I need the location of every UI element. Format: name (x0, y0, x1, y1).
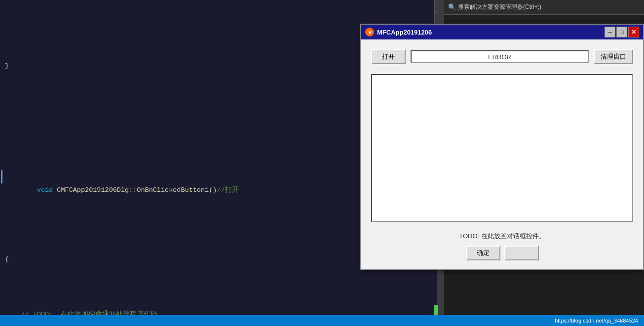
green-cursor-indicator (434, 305, 438, 315)
code-keyword-void: void (37, 183, 57, 197)
mfc-bottom-section: TODO: 在此放置对话框控件。 确定 (371, 232, 633, 260)
toolbar-search-area: 🔍 搜索解决方案资源管理器(Ctrl+;) (448, 3, 541, 11)
mfc-title-icon: ★ (365, 28, 374, 36)
error-input-field[interactable] (411, 50, 589, 63)
code-text: } (5, 59, 9, 73)
close-icon: ✕ (631, 29, 636, 36)
minimize-button[interactable]: ─ (605, 27, 615, 37)
mfc-body: 打开 清理窗口 TODO: 在此放置对话框控件。 确定 (361, 39, 643, 269)
status-bar: https://blog.csdn.net/qq_34684524 (0, 315, 644, 326)
close-button[interactable]: ✕ (628, 27, 639, 37)
code-comment: //打开 (217, 183, 238, 197)
mfc-window-controls: ─ □ ✕ (605, 27, 639, 37)
search-icon: 🔍 (448, 3, 456, 11)
toolbar-search-label: 搜索解决方案资源管理器(Ctrl+;) (458, 3, 541, 11)
minimize-icon: ─ (608, 29, 612, 36)
open-button[interactable]: 打开 (371, 49, 406, 64)
clear-window-button[interactable]: 清理窗口 (594, 49, 633, 64)
mfc-titlebar: ★ MFCApp20191206 ─ □ ✕ (361, 25, 643, 39)
status-url: https://blog.csdn.net/qq_34684524 (555, 318, 638, 324)
mfc-confirm-row: 确定 (466, 246, 539, 260)
mfc-dialog-window: ★ MFCApp20191206 ─ □ ✕ 打开 清理窗口 TODO: 在此放… (360, 24, 644, 270)
top-toolbar: 🔍 搜索解决方案资源管理器(Ctrl+;) (444, 0, 644, 15)
maximize-button[interactable]: □ (616, 27, 627, 37)
code-fn: CMFCApp20191206Dlg::OnBnClickedButton1 (57, 183, 209, 197)
mfc-todo-label: TODO: 在此放置对话框控件。 (459, 232, 545, 241)
maximize-icon: □ (620, 29, 623, 36)
mfc-large-content-area (371, 74, 633, 222)
app-icon-star: ★ (368, 30, 372, 35)
cancel-button[interactable] (504, 246, 539, 260)
mfc-title-text: MFCApp20191206 (377, 29, 602, 36)
mfc-top-row: 打开 清理窗口 (371, 49, 633, 64)
confirm-button[interactable]: 确定 (466, 246, 500, 260)
